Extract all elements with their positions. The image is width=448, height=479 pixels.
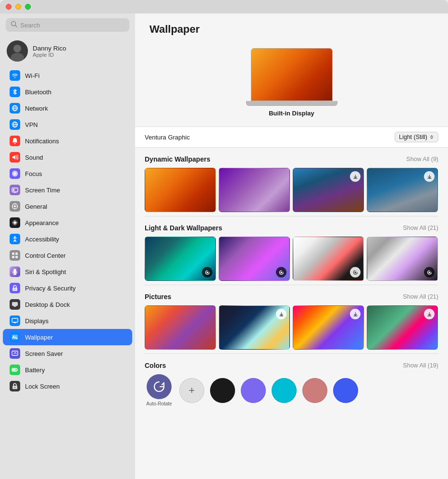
sidebar-item-appearance[interactable]: Appearance	[3, 214, 132, 231]
pictures-section-header: Pictures Show All (21)	[145, 293, 438, 301]
svg-rect-15	[13, 189, 14, 191]
sidebar-item-siri-label: Siri & Spotlight	[25, 268, 66, 276]
sidebar-item-appearance-label: Appearance	[25, 219, 59, 227]
auto-rotate-color[interactable]: Auto-Rotate	[145, 374, 174, 406]
user-profile[interactable]: Danny Rico Apple ID	[0, 36, 135, 67]
displays-icon	[10, 315, 20, 326]
avatar	[7, 40, 28, 62]
svg-rect-13	[12, 188, 18, 192]
screensaver-icon	[10, 348, 20, 359]
sidebar-item-sound[interactable]: Sound	[3, 149, 132, 165]
sidebar-item-screentime[interactable]: Screen Time	[3, 182, 132, 198]
ld-badge	[202, 267, 212, 277]
sidebar-item-wallpaper[interactable]: Wallpaper	[3, 329, 132, 345]
lightdark-section-header: Light & Dark Wallpapers Show All (21)	[145, 224, 438, 232]
wallpaper-thumb[interactable]	[145, 305, 216, 350]
wifi-icon	[10, 70, 20, 81]
sidebar-item-wallpaper-label: Wallpaper	[25, 334, 53, 341]
svg-point-53	[429, 272, 430, 273]
wallpaper-thumb[interactable]	[219, 305, 290, 350]
sidebar-item-battery-label: Battery	[25, 366, 45, 374]
sidebar-item-network[interactable]: Network	[3, 100, 132, 116]
user-name: Danny Rico	[33, 45, 66, 52]
siri-icon	[10, 266, 20, 277]
sidebar-item-screensaver[interactable]: Screen Saver	[3, 345, 132, 362]
laptop-body	[251, 48, 333, 101]
network-icon	[10, 103, 20, 113]
wallpaper-thumb[interactable]	[293, 305, 364, 350]
lightdark-show-all[interactable]: Show All (21)	[403, 225, 438, 231]
search-box[interactable]: Search	[6, 18, 129, 32]
sidebar-item-notifications-label: Notifications	[25, 138, 59, 145]
colors-section-header: Colors Show All (19)	[145, 362, 438, 369]
sidebar-item-displays[interactable]: Displays	[3, 313, 132, 329]
controlcenter-icon	[10, 250, 20, 261]
sidebar-item-siri[interactable]: Siri & Spotlight	[3, 264, 132, 280]
sidebar-item-bluetooth-label: Bluetooth	[25, 88, 51, 96]
sidebar-item-notifications[interactable]: Notifications	[3, 133, 132, 149]
dynamic-section-title: Dynamic Wallpapers	[145, 155, 210, 163]
color-swatch-blue[interactable]	[333, 378, 358, 403]
general-icon	[10, 201, 20, 212]
lightdark-wallpapers-section: Light & Dark Wallpapers Show All (21)	[135, 216, 448, 285]
sidebar-item-accessibility[interactable]: Accessibility	[3, 231, 132, 247]
sidebar-item-lockscreen[interactable]: Lock Screen	[3, 378, 132, 394]
color-swatch-purple[interactable]	[241, 378, 266, 403]
svg-rect-24	[12, 252, 14, 255]
dynamic-wallpaper-grid	[145, 168, 438, 212]
sidebar-item-wifi[interactable]: Wi-Fi	[3, 67, 132, 84]
desktop-icon	[10, 299, 20, 310]
wallpaper-thumb[interactable]	[145, 168, 216, 212]
maximize-button[interactable]	[25, 4, 31, 10]
color-swatch-cyan[interactable]	[272, 378, 297, 403]
svg-rect-42	[12, 369, 16, 371]
color-swatch-black[interactable]	[210, 378, 235, 403]
pictures-show-all[interactable]: Show All (21)	[403, 293, 438, 300]
sidebar-item-bluetooth[interactable]: Bluetooth	[3, 84, 132, 100]
sidebar-item-desktop[interactable]: Desktop & Dock	[3, 296, 132, 313]
sidebar-item-privacy-label: Privacy & Security	[25, 285, 75, 292]
laptop-base	[246, 101, 337, 106]
colors-show-all[interactable]: Show All (19)	[403, 362, 438, 369]
dynamic-show-all[interactable]: Show All (9)	[406, 156, 438, 163]
sidebar-item-focus[interactable]: Focus	[3, 165, 132, 182]
sidebar-item-controlcenter[interactable]: Control Center	[3, 247, 132, 264]
close-button[interactable]	[6, 4, 12, 10]
privacy-icon	[10, 283, 20, 293]
wallpaper-thumb[interactable]	[219, 237, 290, 281]
wallpaper-thumb[interactable]	[367, 237, 438, 281]
sidebar-item-privacy[interactable]: Privacy & Security	[3, 280, 132, 296]
wallpaper-thumb[interactable]	[367, 168, 438, 212]
sidebar-item-vpn[interactable]: VPN	[3, 116, 132, 133]
wallpaper-thumb[interactable]	[219, 168, 290, 212]
minimize-button[interactable]	[15, 4, 21, 10]
svg-marker-11	[12, 155, 15, 160]
wallpaper-icon	[10, 332, 20, 342]
ld-badge	[350, 267, 361, 277]
title-bar	[0, 0, 448, 13]
wallpaper-style-select[interactable]: Light (Still)	[395, 132, 438, 142]
wallpaper-thumb[interactable]	[367, 305, 438, 350]
search-icon	[11, 21, 17, 29]
svg-point-31	[14, 289, 15, 290]
display-preview-section: Built-in Display	[135, 43, 448, 126]
laptop-screen	[251, 49, 332, 101]
sidebar-item-network-label: Network	[25, 105, 48, 112]
sidebar-item-battery[interactable]: Battery	[3, 362, 132, 378]
wallpaper-thumb[interactable]	[293, 168, 364, 212]
pictures-section-title: Pictures	[145, 293, 171, 301]
page-title: Wallpaper	[135, 13, 448, 43]
svg-point-45	[14, 387, 15, 388]
wallpaper-thumb[interactable]	[145, 237, 216, 281]
search-container: Search	[0, 13, 135, 36]
bluetooth-icon	[10, 87, 20, 97]
add-color-button[interactable]: +	[179, 378, 204, 403]
sidebar-item-general[interactable]: General	[3, 198, 132, 214]
accessibility-icon	[10, 234, 20, 244]
color-swatch-rose[interactable]	[302, 378, 327, 403]
dynamic-wallpapers-section: Dynamic Wallpapers Show All (9)	[135, 148, 448, 216]
content-scroll[interactable]: Wallpaper Built-in Display Ventura Graph…	[135, 13, 448, 479]
wallpaper-thumb[interactable]	[293, 237, 364, 281]
download-badge	[350, 171, 361, 182]
ld-badge	[424, 267, 435, 277]
